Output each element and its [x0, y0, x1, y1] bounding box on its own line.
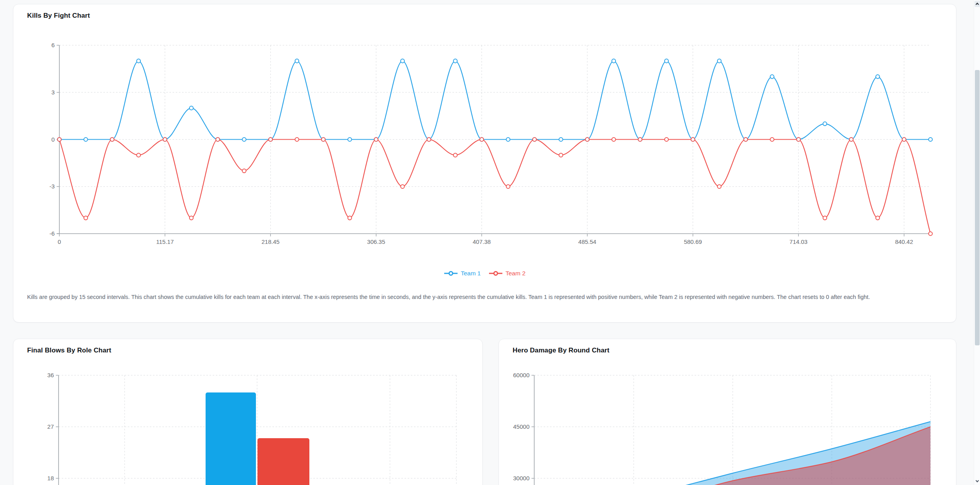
svg-text:6: 6	[51, 42, 55, 48]
kills-by-fight-card: Kills By Fight Chart 630-3-60115.17218.4…	[13, 4, 956, 323]
kills-by-fight-chart[interactable]: 630-3-60115.17218.45306.35407.38485.5458…	[13, 42, 957, 252]
legend-label-team-2: Team 2	[506, 270, 526, 277]
svg-text:580.69: 580.69	[684, 238, 702, 245]
svg-text:30000: 30000	[513, 475, 530, 481]
svg-text:-3: -3	[50, 183, 55, 190]
svg-text:-6: -6	[50, 230, 55, 237]
chevron-down-icon	[975, 479, 979, 483]
scrollbar-up-button[interactable]	[974, 1, 980, 7]
hero-damage-by-round-title: Hero Damage By Round Chart	[513, 347, 609, 354]
svg-text:27: 27	[47, 423, 54, 430]
svg-text:218.45: 218.45	[261, 238, 279, 245]
hero-damage-by-round-chart[interactable]: 600004500030000	[499, 371, 957, 485]
svg-text:0: 0	[58, 238, 61, 245]
svg-text:36: 36	[47, 372, 54, 378]
legend-item-team-1[interactable]: Team 1	[444, 270, 481, 277]
team1-line-marker-icon	[444, 271, 458, 276]
svg-text:407.38: 407.38	[473, 238, 491, 245]
team2-line-marker-icon	[489, 271, 503, 276]
svg-text:840.42: 840.42	[895, 238, 913, 245]
kills-by-fight-description: Kills are grouped by 15 second intervals…	[27, 293, 942, 302]
kills-by-fight-legend: Team 1 Team 2	[13, 270, 956, 277]
legend-label-team-1: Team 1	[461, 270, 481, 277]
kills-by-fight-title: Kills By Fight Chart	[27, 12, 90, 20]
svg-text:485.54: 485.54	[578, 238, 596, 245]
final-blows-by-role-chart[interactable]: 362718	[13, 371, 483, 485]
chevron-up-icon	[975, 2, 979, 6]
hero-damage-by-round-card: Hero Damage By Round Chart 6000045000300…	[498, 339, 956, 485]
svg-text:18: 18	[47, 475, 54, 481]
svg-text:45000: 45000	[513, 423, 530, 430]
final-blows-by-role-title: Final Blows By Role Chart	[27, 347, 111, 354]
page-scrollbar[interactable]	[974, 0, 980, 485]
scrollbar-down-button[interactable]	[974, 478, 980, 484]
svg-text:3: 3	[51, 89, 55, 96]
svg-text:0: 0	[51, 136, 55, 143]
legend-item-team-2[interactable]: Team 2	[489, 270, 526, 277]
svg-text:306.35: 306.35	[367, 238, 385, 245]
svg-text:60000: 60000	[513, 372, 530, 378]
svg-text:115.17: 115.17	[156, 238, 174, 245]
scrollbar-thumb[interactable]	[975, 70, 980, 345]
svg-text:714.03: 714.03	[789, 238, 807, 245]
final-blows-by-role-card: Final Blows By Role Chart 362718	[13, 339, 483, 485]
